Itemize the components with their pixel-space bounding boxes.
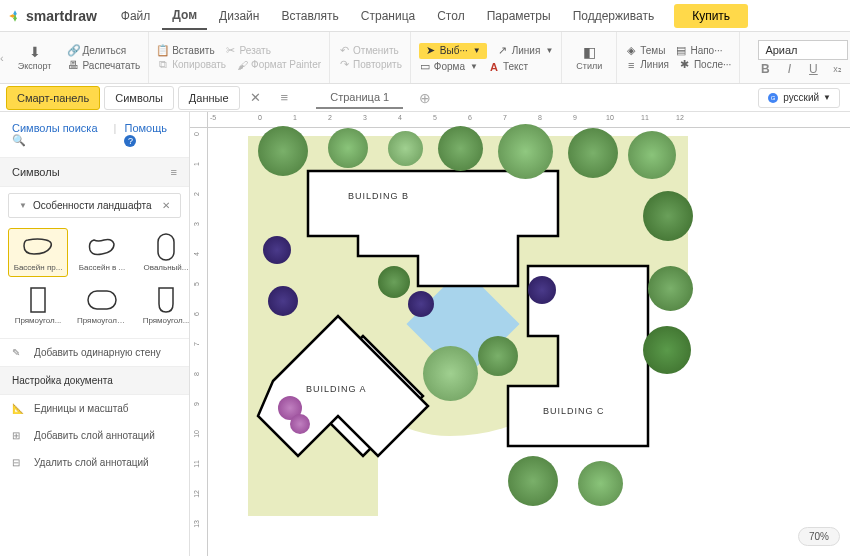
tree bbox=[438, 126, 483, 171]
styles-button[interactable]: ◧ Стили bbox=[570, 42, 608, 73]
ribbon-group-export: ⬇ Экспорт 🔗Делиться 🖶Распечатать bbox=[4, 32, 150, 83]
line-style-icon: ≡ bbox=[625, 59, 637, 71]
tree bbox=[508, 456, 558, 506]
data-tab[interactable]: Данные bbox=[178, 86, 240, 110]
select-tool[interactable]: ➤Выб···▼ bbox=[419, 43, 487, 59]
add-wall-action[interactable]: ✎ Добавить одинарную стену bbox=[0, 339, 189, 366]
tree bbox=[643, 191, 693, 241]
menu-insert[interactable]: Вставлять bbox=[271, 3, 348, 29]
symbol-rect-3[interactable]: Прямоугол... bbox=[136, 281, 196, 330]
sidebar-links: Символы поиска 🔍 | Помощь ? bbox=[0, 112, 189, 157]
line-icon: ↗ bbox=[497, 45, 509, 57]
add-page-button[interactable]: ⊕ bbox=[413, 90, 437, 106]
svg-rect-3 bbox=[31, 288, 45, 312]
themes-button[interactable]: ◈Темы bbox=[625, 45, 665, 57]
format-painter-button[interactable]: 🖌Формат Painter bbox=[236, 59, 321, 71]
label-building-c: BUILDING C bbox=[543, 406, 605, 416]
units-action[interactable]: 📐 Единицы и масштаб bbox=[0, 395, 189, 422]
undo-button[interactable]: ↶Отменить bbox=[338, 45, 402, 57]
menu-home[interactable]: Дом bbox=[162, 2, 207, 30]
subscript-button[interactable]: x₂ bbox=[830, 64, 844, 74]
theme-icon: ◈ bbox=[625, 45, 637, 57]
buy-button[interactable]: Купить bbox=[674, 4, 748, 28]
flower bbox=[290, 414, 310, 434]
text-tool[interactable]: AТекст bbox=[488, 61, 528, 73]
chevron-down-icon: ▼ bbox=[19, 201, 27, 210]
tree bbox=[328, 128, 368, 168]
remove-layer-action[interactable]: ⊟ Удалить слой аннотаций bbox=[0, 449, 189, 476]
ruler-vertical: 0 1 2 3 4 5 6 7 8 9 10 11 12 13 bbox=[190, 128, 208, 556]
symbol-rect-2[interactable]: Прямоуголь... bbox=[72, 281, 132, 330]
smart-panel-tab[interactable]: Смарт-панель bbox=[6, 86, 100, 110]
shrub bbox=[408, 291, 434, 317]
language-button[interactable]: G русский ▼ bbox=[758, 88, 840, 108]
svg-text:G: G bbox=[771, 95, 776, 101]
shrub bbox=[263, 236, 291, 264]
menu-table[interactable]: Стол bbox=[427, 3, 474, 29]
cut-button[interactable]: ✂Резать bbox=[225, 45, 271, 57]
ruler-corner bbox=[190, 112, 208, 128]
symbol-grid: Бассейн пр... Бассейн в ... Овальный... … bbox=[0, 224, 189, 334]
menu-support[interactable]: Поддерживать bbox=[563, 3, 665, 29]
ribbon-group-undo: ↶Отменить ↷Повторить bbox=[330, 32, 411, 83]
italic-button[interactable]: I bbox=[782, 62, 796, 76]
list-view-icon[interactable]: ≡ bbox=[273, 90, 297, 105]
symbol-pool-kidney[interactable]: Бассейн в ... bbox=[72, 228, 132, 277]
download-icon: ⬇ bbox=[29, 44, 41, 60]
tree bbox=[258, 126, 308, 176]
add-layer-action[interactable]: ⊞ Добавить слой аннотаций bbox=[0, 422, 189, 449]
copy-button[interactable]: ⧉Копировать bbox=[157, 59, 226, 71]
search-symbols-link[interactable]: Символы поиска 🔍 bbox=[12, 122, 106, 147]
help-link[interactable]: Помощь ? bbox=[124, 122, 177, 147]
fill-icon: ✱ bbox=[679, 59, 691, 71]
paste-button[interactable]: 📋Вставить bbox=[157, 45, 214, 57]
menu-design[interactable]: Дизайн bbox=[209, 3, 269, 29]
undo-icon: ↶ bbox=[338, 45, 350, 57]
paste-icon: 📋 bbox=[157, 45, 169, 57]
symbol-oval[interactable]: Овальный... bbox=[136, 228, 196, 277]
zoom-level[interactable]: 70% bbox=[798, 527, 840, 546]
print-button[interactable]: 🖶Распечатать bbox=[68, 59, 141, 71]
line-style-button[interactable]: ≡Линия bbox=[625, 59, 669, 71]
symbol-pool-freeform[interactable]: Бассейн пр... bbox=[8, 228, 68, 277]
tree bbox=[423, 346, 478, 401]
line-tool[interactable]: ↗Линия▼ bbox=[497, 45, 554, 57]
app-logo: smartdraw bbox=[8, 8, 97, 24]
tree bbox=[643, 326, 691, 374]
page-tab-1[interactable]: Страница 1 bbox=[316, 87, 403, 109]
font-family-select[interactable]: Ариал bbox=[758, 40, 848, 60]
tree bbox=[628, 131, 676, 179]
share-button[interactable]: 🔗Делиться bbox=[68, 44, 141, 56]
ribbon-group-themes: ◈Темы ▤Напо··· ≡Линия ✱После··· bbox=[617, 32, 740, 83]
chevron-down-icon: ▼ bbox=[470, 62, 478, 71]
panel-close-button[interactable]: ✕ bbox=[244, 86, 267, 110]
export-button[interactable]: ⬇ Экспорт bbox=[12, 42, 58, 73]
bold-button[interactable]: B bbox=[758, 62, 772, 76]
building-outlines bbox=[248, 136, 688, 516]
shape-tool[interactable]: ▭Форма▼ bbox=[419, 61, 478, 73]
symbol-rect-1[interactable]: Прямоугол... bbox=[8, 281, 68, 330]
palette-icon: ◧ bbox=[583, 44, 596, 60]
shrub bbox=[378, 266, 410, 298]
menu-page[interactable]: Страница bbox=[351, 3, 425, 29]
tree bbox=[568, 128, 618, 178]
close-icon[interactable]: ✕ bbox=[162, 200, 170, 211]
cut-icon: ✂ bbox=[225, 45, 237, 57]
share-icon: 🔗 bbox=[68, 44, 80, 56]
ribbon-group-tools: ➤Выб···▼ ↗Линия▼ ▭Форма▼ AТекст bbox=[411, 32, 562, 83]
underline-button[interactable]: U bbox=[806, 62, 820, 76]
panel-tabs: Смарт-панель Символы Данные ✕ bbox=[0, 86, 273, 110]
ribbon: ‹ ⬇ Экспорт 🔗Делиться 🖶Распечатать 📋Вста… bbox=[0, 32, 850, 84]
remove-layer-icon: ⊟ bbox=[12, 457, 26, 468]
redo-button[interactable]: ↷Повторить bbox=[338, 59, 402, 71]
symbols-tab[interactable]: Символы bbox=[104, 86, 174, 110]
fill-button[interactable]: ✱После··· bbox=[679, 59, 731, 71]
svg-rect-2 bbox=[158, 234, 174, 260]
symbol-category[interactable]: ▼ Особенности ландшафта ✕ bbox=[8, 193, 181, 218]
wall-button[interactable]: ▤Напо··· bbox=[675, 45, 722, 57]
menu-options[interactable]: Параметры bbox=[477, 3, 561, 29]
drawing-canvas[interactable]: BUILDING B BUILDING A BUILDING C bbox=[208, 128, 850, 556]
menu-file[interactable]: Файл bbox=[111, 3, 161, 29]
google-icon: G bbox=[767, 92, 779, 104]
hamburger-icon[interactable]: ≡ bbox=[171, 166, 177, 178]
